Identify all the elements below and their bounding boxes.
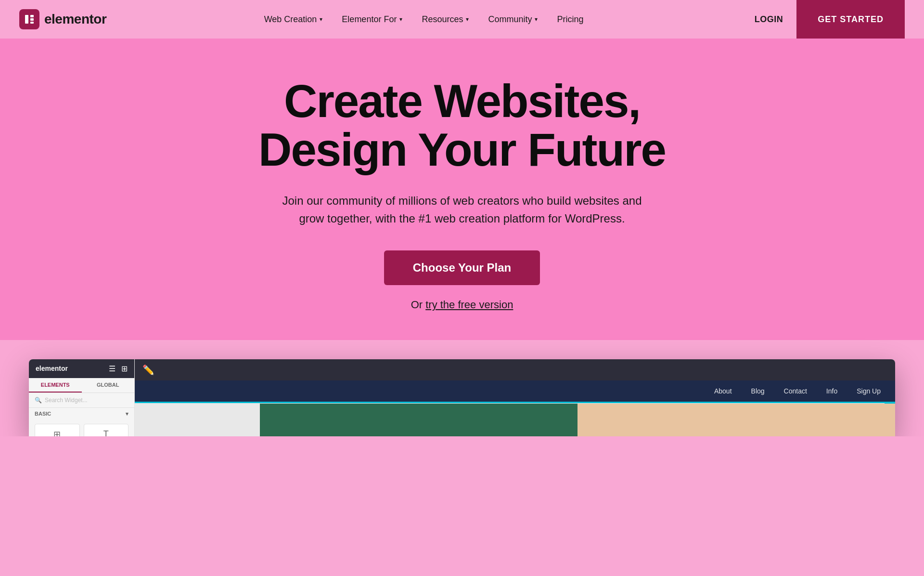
website-nav-signup: Sign Up [857,387,881,395]
chevron-down-icon: ▾ [320,16,322,23]
svg-rect-0 [25,15,28,24]
website-nav-info: Info [826,387,837,395]
columns-icon: ⊞ [53,429,61,436]
website-preview: About Blog Contact Info Sign Up ⊞ [135,380,895,436]
logo[interactable]: elementor [19,9,106,29]
editor-widgets: ⊞ Columns T Heading [29,420,134,436]
website-nav: About Blog Contact Info Sign Up [135,380,895,402]
chevron-down-icon: ▾ [126,411,128,417]
svg-rect-3 [30,22,34,24]
hero-title: Create Websites, Design Your Future [197,77,727,174]
editor-search-area: 🔍 Search Widget... [29,393,134,408]
grid-icon[interactable]: ⊞ [121,364,128,373]
tab-global[interactable]: GLOBAL [82,378,135,393]
nav-item-community[interactable]: Community ▾ [480,11,545,28]
widget-heading[interactable]: T Heading [84,424,129,436]
hero-bg-peach [578,404,895,436]
editor-sidebar-header: elementor ☰ ⊞ [29,359,134,378]
logo-text: elementor [44,12,106,27]
website-nav-contact: Contact [784,387,807,395]
editor-canvas: ✏️ About Blog Contact Info Sign Up ⊞ [135,359,895,436]
chevron-down-icon: ▾ [399,16,402,23]
chevron-down-icon: ▾ [535,16,538,23]
editor-section-label: BASIC ▾ [29,408,134,420]
free-version-text: Or try the free version [19,299,905,311]
website-nav-about: About [714,387,732,395]
elementor-logo-icon [19,9,39,29]
main-nav: Web Creation ▾ Elementor For ▾ Resources… [257,11,591,28]
website-hero-area [260,404,895,436]
canvas-content: About Blog Contact Info Sign Up ⊞ [135,380,895,436]
tab-elements[interactable]: ELEMENTS [29,378,82,393]
editor-sidebar: elementor ☰ ⊞ ELEMENTS GLOBAL 🔍 Search W… [29,359,135,436]
pen-tool-icon[interactable]: ✏️ [142,364,154,376]
widget-columns[interactable]: ⊞ Columns [35,424,80,436]
search-widget-input[interactable]: Search Widget... [45,397,88,404]
login-button[interactable]: LOGIN [741,10,797,29]
nav-item-web-creation[interactable]: Web Creation ▾ [257,11,331,28]
hero-bg-green [260,404,609,436]
editor-sidebar-icon-group: ☰ ⊞ [109,364,128,373]
get-started-button[interactable]: GET STARTED [796,0,905,39]
website-nav-blog: Blog [751,387,765,395]
editor-logo: elementor [36,365,68,372]
selection-handle-bar: ⊞ [135,402,895,403]
free-version-link[interactable]: try the free version [425,299,513,311]
canvas-toolbar: ✏️ [135,359,895,380]
header: elementor Web Creation ▾ Elementor For ▾… [0,0,924,39]
editor-tabs: ELEMENTS GLOBAL [29,378,134,393]
editor-preview: elementor ☰ ⊞ ELEMENTS GLOBAL 🔍 Search W… [29,359,895,436]
chevron-down-icon: ▾ [466,16,469,23]
nav-item-pricing[interactable]: Pricing [549,11,591,28]
nav-item-resources[interactable]: Resources ▾ [414,11,476,28]
hero-subtitle: Join our community of millions of web cr… [274,192,650,227]
header-actions: LOGIN GET STARTED [741,0,905,39]
search-icon: 🔍 [35,397,42,404]
heading-icon: T [103,429,109,436]
nav-item-elementor-for[interactable]: Elementor For ▾ [334,11,410,28]
choose-plan-button[interactable]: Choose Your Plan [384,250,540,285]
hamburger-icon[interactable]: ☰ [109,364,116,373]
svg-rect-2 [30,18,34,21]
hero-section: Create Websites, Design Your Future Join… [0,39,924,340]
svg-rect-1 [30,15,34,17]
